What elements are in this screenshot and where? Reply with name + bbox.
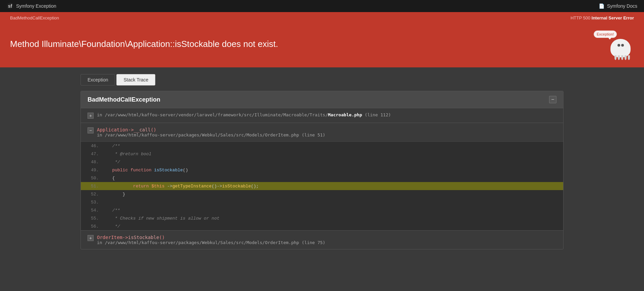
trace-subpath-prefix-3: in /var/www/html/kaffou-server/packages/…	[97, 240, 265, 245]
http-status: HTTP 500 Internal Server Error	[571, 15, 634, 20]
error-banner-top: BadMethodCallException HTTP 500 Internal…	[10, 12, 634, 24]
trace-arrow-2: ->	[128, 127, 134, 132]
tabs-container: Exception Stack Trace	[80, 74, 564, 85]
exception-collapse-button[interactable]: −	[549, 96, 556, 103]
exception-block-header: BadMethodCallException −	[81, 91, 563, 108]
trace-subpath-suffix-3: (line 75)	[299, 240, 325, 245]
top-navigation: sf Symfony Exception 📄 Symfony Docs	[0, 0, 644, 12]
nav-left: sf Symfony Exception	[7, 3, 56, 9]
trace-path-prefix-1: in /var/www/html/kaffou-server/vendor/la…	[97, 112, 328, 117]
mascot-tentacles	[614, 55, 630, 60]
exception-class-badge: BadMethodCallException	[10, 15, 59, 20]
trace-info-2: Application->__call() in /var/www/html/k…	[97, 127, 556, 137]
trace-subpath-prefix-2: in /var/www/html/kaffou-server/packages/…	[97, 132, 265, 137]
trace-subpath-2: in /var/www/html/kaffou-server/packages/…	[97, 132, 556, 137]
trace-item-3-header[interactable]: + OrderItem->isStockable() in /var/www/h…	[81, 231, 563, 249]
trace-class-3: OrderItem	[97, 235, 122, 240]
trace-method-2: Application->__call()	[97, 127, 556, 132]
tab-exception[interactable]: Exception	[80, 74, 115, 85]
code-table-2: 46. /** 47. * @return bool 48. */ 49. pu…	[81, 142, 563, 230]
trace-subpath-3: in /var/www/html/kaffou-server/packages/…	[97, 240, 556, 245]
trace-method-name-3: isStockable	[128, 235, 159, 240]
trace-path-file-1: Macroable.php	[328, 112, 362, 117]
trace-item-3: + OrderItem->isStockable() in /var/www/h…	[81, 230, 563, 249]
code-line-55: 55. * Checks if new shipment is allow or…	[81, 214, 563, 222]
code-line-46: 46. /**	[81, 142, 563, 150]
error-banner: BadMethodCallException HTTP 500 Internal…	[0, 12, 644, 67]
code-line-52: 52. }	[81, 190, 563, 198]
mascot-body	[610, 39, 631, 57]
trace-class-2: Application	[97, 127, 128, 132]
trace-method-name-2: __call	[134, 127, 151, 132]
code-line-48: 48. */	[81, 158, 563, 166]
http-code: HTTP 500	[571, 15, 590, 20]
docs-label: Symfony Docs	[607, 3, 637, 9]
trace-toggle-2[interactable]: −	[88, 127, 94, 133]
trace-item-1-header[interactable]: + in /var/www/html/kaffou-server/vendor/…	[81, 108, 563, 123]
app-title: Symfony Exception	[16, 3, 56, 9]
trace-info-1: in /var/www/html/kaffou-server/vendor/la…	[97, 112, 556, 117]
error-banner-main: Method Illuminate\Foundation\Application…	[10, 24, 634, 67]
trace-item-1: + in /var/www/html/kaffou-server/vendor/…	[81, 108, 563, 123]
trace-item-2: − Application->__call() in /var/www/html…	[81, 123, 563, 230]
code-line-51-highlighted: 51. return $this ->getTypeInstance()->is…	[81, 182, 563, 190]
content-area: Exception Stack Trace BadMethodCallExcep…	[0, 67, 644, 257]
symfony-logo: sf	[7, 3, 13, 9]
code-line-47: 47. * @return bool	[81, 150, 563, 158]
trace-subpath-suffix-2: (line 51)	[299, 132, 325, 137]
code-line-50: 50. {	[81, 174, 563, 182]
tab-stack-trace[interactable]: Stack Trace	[116, 74, 155, 85]
trace-toggle-1[interactable]: +	[88, 113, 94, 119]
nav-right: 📄 Symfony Docs	[599, 3, 637, 9]
trace-info-3: OrderItem->isStockable() in /var/www/htm…	[97, 235, 556, 245]
trace-toggle-3[interactable]: +	[88, 235, 94, 241]
exception-block: BadMethodCallException − + in /var/www/h…	[80, 91, 564, 249]
docs-icon: 📄	[599, 3, 604, 9]
code-line-49: 49. public function isStockable()	[81, 166, 563, 174]
exception-block-title: BadMethodCallException	[88, 96, 160, 103]
trace-path-suffix-1: (line 112)	[362, 112, 391, 117]
trace-subpath-file-2: OrderItem.php	[265, 132, 299, 137]
http-status-text: Internal Server Error	[592, 15, 634, 20]
code-line-56: 56. */	[81, 222, 563, 230]
mascot-speech-bubble: Exception!	[594, 31, 617, 38]
code-line-54: 54. /**	[81, 206, 563, 214]
trace-path-1: in /var/www/html/kaffou-server/vendor/la…	[97, 112, 556, 117]
trace-method-suffix-3: ()	[159, 235, 165, 240]
trace-item-2-header[interactable]: − Application->__call() in /var/www/html…	[81, 123, 563, 141]
error-message: Method Illuminate\Foundation\Application…	[10, 39, 278, 49]
trace-method-3: OrderItem->isStockable()	[97, 235, 556, 240]
trace-arrow-3: ->	[122, 235, 128, 240]
exception-mascot: Exception!	[594, 31, 634, 57]
trace-method-suffix-2: ()	[151, 127, 156, 132]
trace-subpath-file-3: OrderItem.php	[265, 240, 299, 245]
code-line-53: 53.	[81, 198, 563, 206]
code-viewer-2: 46. /** 47. * @return bool 48. */ 49. pu…	[81, 141, 563, 230]
